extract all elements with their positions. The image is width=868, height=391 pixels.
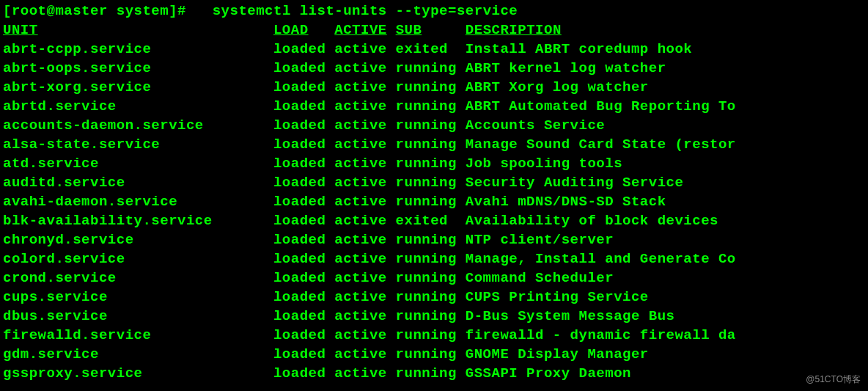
table-header: UNIT LOAD ACTIVE SUB DESCRIPTION [3, 21, 865, 40]
watermark: @51CTO博客 [806, 373, 861, 385]
header-sub: SUB [396, 22, 422, 38]
table-row: blk-availability.service loaded active e… [3, 211, 865, 230]
table-row: firewalld.service loaded active running … [3, 326, 865, 345]
table-row: gssproxy.service loaded active running G… [3, 364, 865, 383]
prompt-command: systemctl list-units --type=service [213, 3, 518, 19]
table-row: abrt-oops.service loaded active running … [3, 59, 865, 78]
table-row: abrt-xorg.service loaded active running … [3, 78, 865, 97]
table-row: abrt-ccpp.service loaded active exited I… [3, 40, 865, 59]
table-row: atd.service loaded active running Job sp… [3, 154, 865, 173]
table-row: dbus.service loaded active running D-Bus… [3, 307, 865, 326]
header-unit: UNIT [3, 22, 38, 38]
table-row: cups.service loaded active running CUPS … [3, 288, 865, 307]
table-row: colord.service loaded active running Man… [3, 249, 865, 268]
table-row: crond.service loaded active running Comm… [3, 268, 865, 288]
table-row: avahi-daemon.service loaded active runni… [3, 192, 865, 211]
prompt-user-host: [root@master system]# [3, 3, 186, 19]
prompt-line: [root@master system]# systemctl list-uni… [3, 1, 865, 21]
table-body: abrt-ccpp.service loaded active exited I… [3, 40, 865, 383]
header-description: DESCRIPTION [466, 22, 562, 38]
table-row: abrtd.service loaded active running ABRT… [3, 97, 865, 116]
header-active: ACTIVE [334, 22, 386, 38]
table-row: accounts-daemon.service loaded active ru… [3, 116, 865, 135]
table-row: gdm.service loaded active running GNOME … [3, 345, 865, 364]
table-row: chronyd.service loaded active running NT… [3, 230, 865, 249]
table-row: alsa-state.service loaded active running… [3, 135, 865, 154]
header-load: LOAD [273, 22, 309, 38]
table-row: auditd.service loaded active running Sec… [3, 173, 865, 192]
